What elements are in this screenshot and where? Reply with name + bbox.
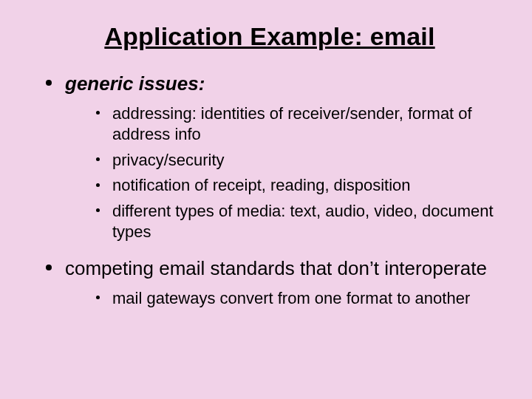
sub-bullet-list: addressing: identities of receiver/sende… [95, 103, 495, 244]
sub-bullet-list: mail gateways convert from one format to… [95, 288, 495, 310]
sub-bullet-item: mail gateways convert from one format to… [95, 288, 495, 310]
sub-bullet-item: notification of receipt, reading, dispos… [95, 175, 495, 197]
sub-bullet-item: different types of media: text, audio, v… [95, 201, 495, 243]
slide-title: Application Example: email [44, 22, 495, 51]
bullet-list: generic issues: addressing: identities o… [44, 72, 495, 309]
bullet-item: generic issues: addressing: identities o… [44, 72, 495, 243]
sub-bullet-item: addressing: identities of receiver/sende… [95, 103, 495, 146]
bullet-label: competing email standards that don’t int… [65, 257, 487, 279]
sub-bullet-item: privacy/security [95, 150, 495, 171]
slide: Application Example: email generic issue… [0, 0, 532, 399]
bullet-label: generic issues: [65, 72, 205, 95]
bullet-item: competing email standards that don’t int… [44, 256, 495, 309]
